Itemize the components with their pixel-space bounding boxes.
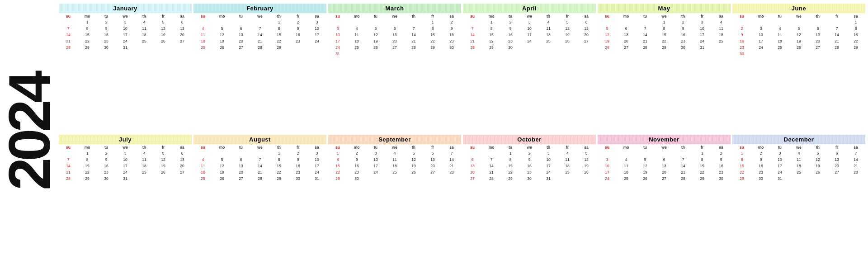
day-cell: 21	[404, 38, 423, 44]
day-cell: 26	[212, 44, 231, 51]
day-header-tu: tu	[770, 145, 789, 150]
day-cell: 12	[154, 156, 173, 163]
day-cell: 27	[808, 44, 827, 51]
month-block-july: Julysumotuwethfrsa1234567891011121314151…	[59, 135, 192, 260]
day-cell: 10	[328, 32, 347, 38]
day-cell: 13	[463, 163, 482, 169]
day-cell: 21	[442, 163, 461, 169]
day-cell: 2	[347, 150, 366, 156]
day-cell: 23	[501, 38, 520, 44]
day-cell: 20	[231, 169, 250, 175]
day-header-tu: tu	[231, 14, 250, 19]
day-header-we: we	[789, 14, 808, 19]
day-cell: 7	[846, 150, 865, 156]
day-cell: 20	[423, 163, 442, 169]
day-cell: 3	[598, 156, 617, 163]
day-cell: 1	[328, 150, 347, 156]
day-cell: 6	[808, 25, 827, 32]
day-cell: 12	[154, 25, 173, 32]
day-cell: 18	[347, 38, 366, 44]
day-cell: 15	[78, 32, 97, 38]
day-cell: 11	[193, 32, 212, 38]
day-cell: 15	[501, 163, 520, 169]
day-cell: 4	[712, 19, 731, 25]
day-cell	[59, 19, 78, 25]
day-cell	[808, 175, 827, 182]
day-header-fr: fr	[288, 14, 307, 19]
day-cell: 19	[154, 163, 173, 169]
day-cell: 19	[636, 169, 655, 175]
day-header-mo: mo	[78, 14, 97, 19]
day-cell: 10	[307, 156, 326, 163]
day-cell: 2	[674, 19, 693, 25]
day-cell: 31	[328, 51, 347, 57]
day-cell: 28	[442, 169, 461, 175]
day-cell: 22	[732, 169, 751, 175]
day-header-mo: mo	[347, 145, 366, 150]
day-cell: 29	[732, 175, 751, 182]
day-cell: 4	[347, 25, 366, 32]
day-cell: 2	[751, 150, 770, 156]
day-cell: 5	[366, 25, 385, 32]
day-cell: 11	[789, 156, 808, 163]
day-cell	[154, 175, 173, 182]
day-header-we: we	[655, 145, 674, 150]
day-cell: 23	[732, 44, 751, 51]
day-cell	[827, 19, 846, 25]
day-cell: 3	[328, 25, 347, 32]
day-cell: 30	[97, 44, 116, 51]
day-cell: 19	[577, 163, 596, 169]
day-cell: 29	[423, 44, 442, 51]
day-cell: 30	[732, 51, 751, 57]
day-cell	[636, 19, 655, 25]
day-cell	[577, 175, 596, 182]
day-cell: 22	[693, 169, 712, 175]
day-cell: 28	[59, 44, 78, 51]
day-cell: 27	[173, 169, 192, 175]
day-cell: 17	[116, 163, 135, 169]
day-cell: 29	[501, 175, 520, 182]
year-label: 2024	[0, 0, 59, 264]
day-cell: 20	[577, 32, 596, 38]
day-cell: 23	[751, 169, 770, 175]
month-block-november: Novembersumotuwethfrsa123456789101112131…	[598, 135, 731, 260]
day-cell: 10	[366, 156, 385, 163]
day-cell: 16	[288, 163, 307, 169]
day-cell: 5	[598, 25, 617, 32]
day-cell: 18	[770, 38, 789, 44]
day-cell: 30	[712, 175, 731, 182]
month-block-june: Junesumotuwethfrsa1234567891011121314151…	[732, 4, 865, 129]
day-header-sa: sa	[712, 14, 731, 19]
day-header-fr: fr	[827, 14, 846, 19]
day-cell: 27	[463, 175, 482, 182]
day-cell: 30	[674, 44, 693, 51]
bottom-row-months: Julysumotuwethfrsa1234567891011121314151…	[59, 135, 865, 260]
day-cell: 5	[789, 25, 808, 32]
day-cell	[442, 175, 461, 182]
day-cell: 6	[385, 25, 404, 32]
day-cell: 21	[827, 38, 846, 44]
day-cell: 24	[307, 169, 326, 175]
day-cell: 2	[288, 150, 307, 156]
day-cell	[154, 44, 173, 51]
day-cell: 30	[97, 175, 116, 182]
day-cell: 20	[617, 38, 636, 44]
day-cell: 3	[116, 19, 135, 25]
day-cell: 13	[385, 32, 404, 38]
day-cell: 21	[463, 38, 482, 44]
day-header-su: su	[328, 145, 347, 150]
day-cell: 9	[97, 156, 116, 163]
day-cell: 19	[598, 38, 617, 44]
day-cell: 29	[78, 175, 97, 182]
day-header-sa: sa	[442, 14, 461, 19]
day-cell: 24	[328, 44, 347, 51]
day-cell: 20	[173, 32, 192, 38]
day-cell: 11	[135, 156, 154, 163]
day-cell	[617, 150, 636, 156]
day-cell: 21	[250, 38, 269, 44]
day-cell: 14	[636, 32, 655, 38]
day-cell	[193, 150, 212, 156]
day-header-th: th	[135, 145, 154, 150]
day-header-we: we	[116, 14, 135, 19]
day-cell: 29	[482, 44, 501, 51]
